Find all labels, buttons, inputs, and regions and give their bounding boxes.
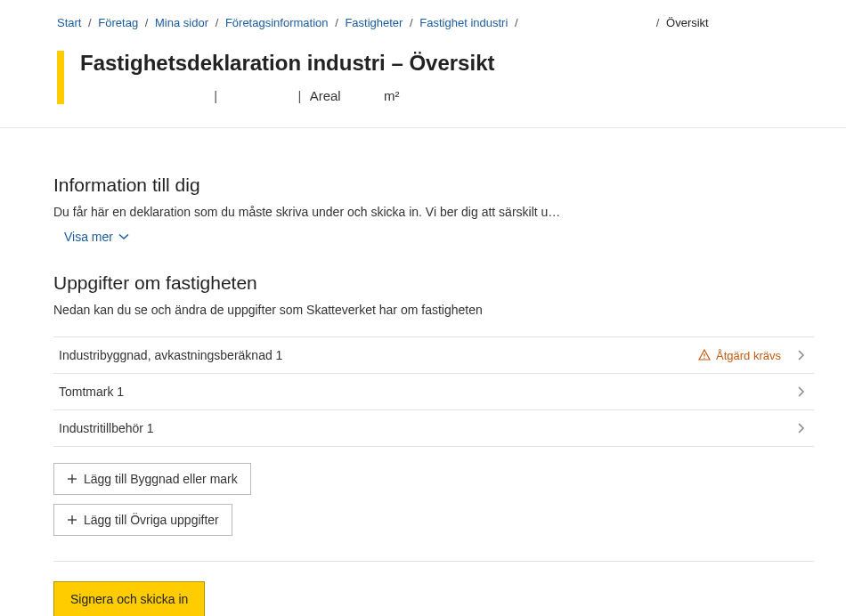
add-other-label: Lägg till Övriga uppgifter	[84, 513, 219, 527]
breadcrumb-link-minasidor[interactable]: Mina sidor	[155, 16, 208, 29]
breadcrumb-sep: /	[656, 16, 660, 29]
breadcrumb: Start / Företag / Mina sidor / Företagsi…	[0, 0, 846, 45]
list-row-industritillbehor[interactable]: Industritillbehör 1	[53, 410, 814, 447]
badge-text: Åtgärd krävs	[716, 349, 781, 362]
add-building-label: Lägg till Byggnad eller mark	[84, 472, 238, 486]
list-item-label: Industritillbehör 1	[59, 421, 154, 435]
page-header: Fastighetsdeklaration industri – Översik…	[0, 51, 846, 127]
info-heading: Information till dig	[53, 174, 814, 196]
info-section: Information till dig Du får här en dekla…	[53, 174, 814, 246]
breadcrumb-link-foretagsinfo[interactable]: Företagsinformation	[225, 16, 329, 29]
meta-areal-label: Areal	[310, 88, 341, 103]
sign-and-submit-button[interactable]: Signera och skicka in	[53, 581, 205, 616]
chevron-right-icon	[797, 349, 805, 361]
breadcrumb-link-start[interactable]: Start	[57, 16, 81, 29]
meta-unit: m²	[384, 88, 400, 103]
accent-bar	[57, 51, 64, 104]
warning-icon	[698, 349, 711, 361]
details-heading: Uppgifter om fastigheten	[53, 272, 814, 294]
add-other-button[interactable]: Lägg till Övriga uppgifter	[53, 504, 232, 536]
list-item-label: Tomtmark 1	[59, 385, 124, 399]
chevron-right-icon	[797, 385, 805, 398]
breadcrumb-sep: /	[515, 16, 518, 29]
plus-icon	[67, 515, 77, 525]
breadcrumb-sep: /	[335, 16, 338, 29]
page-meta: | | Areal m²	[80, 88, 846, 103]
expand-info-button[interactable]: Visa mer	[64, 228, 129, 246]
list-item-label: Industribyggnad, avkastningsberäknad 1	[59, 348, 282, 362]
breadcrumb-current: Översikt	[666, 16, 709, 29]
property-list: Industribyggnad, avkastningsberäknad 1 Å…	[53, 336, 814, 447]
list-row-tomtmark[interactable]: Tomtmark 1	[53, 374, 814, 410]
action-required-badge: Åtgärd krävs	[698, 349, 781, 362]
plus-icon	[67, 474, 77, 484]
breadcrumb-sep: /	[216, 16, 219, 29]
info-description: Du får här en deklaration som du måste s…	[53, 205, 814, 219]
chevron-right-icon	[797, 422, 805, 434]
breadcrumb-sep: /	[410, 16, 413, 29]
details-description: Nedan kan du se och ändra de uppgifter s…	[53, 303, 814, 317]
details-section: Uppgifter om fastigheten Nedan kan du se…	[53, 272, 814, 616]
breadcrumb-link-fastigheter[interactable]: Fastigheter	[345, 16, 403, 29]
expand-label: Visa mer	[64, 230, 113, 244]
svg-point-1	[704, 358, 704, 359]
page-title: Fastighetsdeklaration industri – Översik…	[80, 51, 846, 76]
breadcrumb-link-fastighet-industri[interactable]: Fastighet industri	[419, 16, 508, 29]
chevron-down-icon	[118, 233, 129, 240]
breadcrumb-sep: /	[88, 16, 92, 29]
add-building-button[interactable]: Lägg till Byggnad eller mark	[53, 463, 251, 495]
list-row-industribyggnad[interactable]: Industribyggnad, avkastningsberäknad 1 Å…	[53, 337, 814, 374]
breadcrumb-link-foretag[interactable]: Företag	[98, 16, 138, 29]
breadcrumb-sep: /	[145, 16, 149, 29]
